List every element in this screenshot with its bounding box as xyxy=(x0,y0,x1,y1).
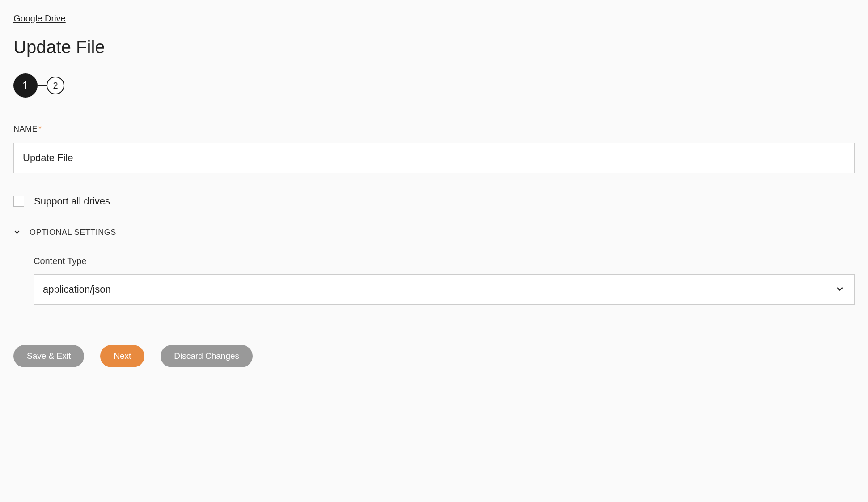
support-all-drives-checkbox[interactable] xyxy=(13,196,24,207)
step-1[interactable]: 1 xyxy=(13,73,38,98)
chevron-down-icon xyxy=(13,228,21,237)
step-2[interactable]: 2 xyxy=(47,77,64,94)
support-all-drives-label: Support all drives xyxy=(34,196,110,207)
optional-settings-label: OPTIONAL SETTINGS xyxy=(30,228,116,237)
next-button[interactable]: Next xyxy=(100,345,144,367)
breadcrumb-link[interactable]: Google Drive xyxy=(13,13,66,24)
page-title: Update File xyxy=(13,37,855,57)
stepper: 1 2 xyxy=(13,73,855,98)
required-asterisk: * xyxy=(38,124,42,133)
step-connector xyxy=(38,85,47,86)
content-type-label: Content Type xyxy=(34,256,855,266)
content-type-select-wrapper xyxy=(34,274,855,305)
name-label: NAME* xyxy=(13,124,855,134)
name-input[interactable] xyxy=(13,143,855,173)
content-type-select[interactable] xyxy=(34,274,855,305)
save-exit-button[interactable]: Save & Exit xyxy=(13,345,84,367)
discard-changes-button[interactable]: Discard Changes xyxy=(161,345,253,367)
button-row: Save & Exit Next Discard Changes xyxy=(13,345,855,367)
optional-settings-content: Content Type xyxy=(13,256,855,305)
optional-settings-toggle[interactable]: OPTIONAL SETTINGS xyxy=(13,228,855,237)
support-all-drives-row: Support all drives xyxy=(13,196,855,207)
